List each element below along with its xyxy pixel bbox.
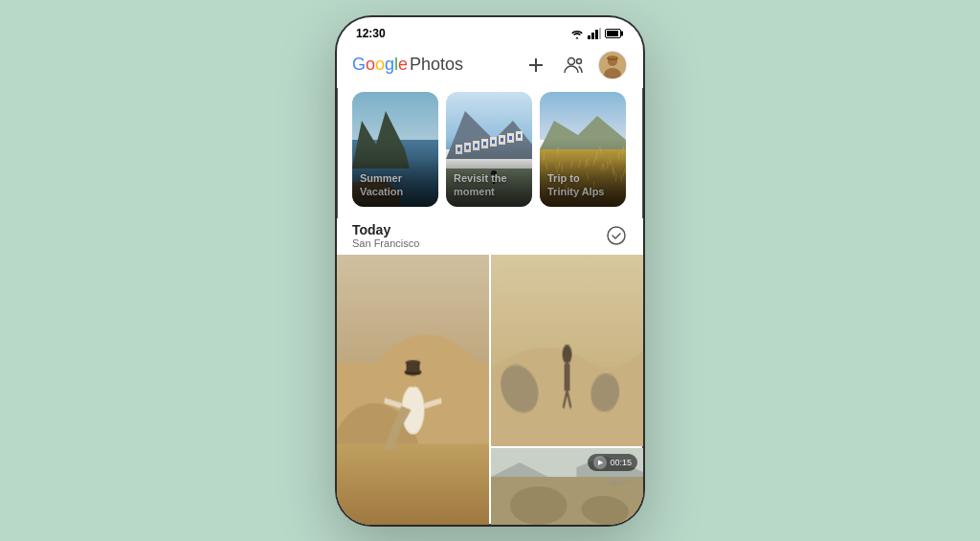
svg-rect-5 (621, 31, 623, 35)
user-avatar (598, 51, 627, 79)
section-subtitle: San Francisco (352, 237, 419, 249)
section-header: Today San Francisco (337, 218, 643, 255)
memory-card-trinity[interactable]: Trip toTrinity Alps (540, 92, 626, 207)
revisit-moment-image (446, 92, 532, 207)
select-button[interactable] (605, 224, 628, 247)
svg-rect-2 (595, 30, 598, 39)
svg-point-16 (608, 56, 617, 58)
photo-cell-large[interactable] (337, 255, 489, 525)
svg-point-17 (608, 227, 625, 244)
avatar-button[interactable] (597, 50, 628, 80)
wifi-icon (570, 28, 584, 39)
status-bar: 12:30 (337, 17, 643, 44)
battery-icon (605, 28, 624, 39)
section-title: Today (352, 222, 419, 237)
large-photo-image (337, 255, 489, 525)
svg-point-10 (577, 58, 582, 63)
phone-frame: 12:30 G o (337, 17, 643, 525)
memory-card-label-trinity: Trip toTrinity Alps (547, 171, 605, 199)
svg-rect-6 (607, 31, 618, 36)
memories-strip: SummerVacation Revisit the moment Trip t… (337, 88, 643, 218)
svg-rect-1 (591, 33, 594, 39)
photo-cell-top-right[interactable] (491, 255, 643, 446)
video-duration: 00:15 (610, 458, 632, 467)
memory-card-label-revisit: Revisit the moment (454, 171, 532, 199)
memory-card-summer[interactable]: SummerVacation (352, 92, 438, 207)
svg-rect-0 (588, 35, 590, 39)
trinity-alps-image (540, 92, 626, 207)
app-name-text: Photos (410, 55, 463, 75)
select-circle-icon (606, 225, 627, 246)
summer-vacation-image (352, 92, 438, 207)
top-right-photo-image (491, 255, 643, 446)
memory-card-label-summer: SummerVacation (360, 171, 403, 199)
svg-rect-3 (599, 28, 601, 39)
app-header: G o o g l e Photos (337, 44, 643, 88)
status-icons (570, 28, 624, 39)
google-logo: G o o g l e Photos (352, 55, 463, 75)
svg-point-9 (568, 57, 575, 64)
memory-card-revisit[interactable]: Revisit the moment (446, 92, 532, 207)
video-badge: ▶ 00:15 (588, 454, 637, 471)
people-icon (564, 56, 585, 74)
photo-cell-video[interactable]: ▶ 00:15 (491, 448, 643, 525)
signal-icon (588, 28, 601, 39)
share-people-button[interactable] (559, 50, 590, 80)
play-icon: ▶ (593, 456, 607, 469)
add-button[interactable] (521, 50, 551, 80)
status-time: 12:30 (356, 27, 386, 40)
photo-grid: ▶ 00:15 (337, 255, 643, 525)
